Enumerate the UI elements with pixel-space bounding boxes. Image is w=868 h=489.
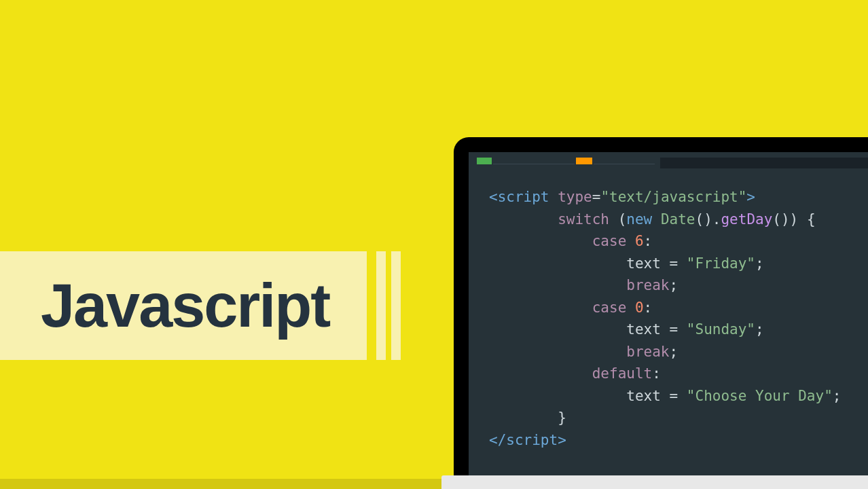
code-token: break xyxy=(626,277,669,293)
code-token: 0 xyxy=(635,300,644,316)
code-token: ; xyxy=(670,344,679,360)
code-token: "Choose Your Day" xyxy=(687,388,833,404)
title-band: Javascript xyxy=(0,251,367,360)
code-token xyxy=(678,321,687,338)
code-token xyxy=(678,388,687,404)
code-token: </ xyxy=(489,432,506,448)
code-token: switch xyxy=(558,211,609,228)
code-token: } xyxy=(558,410,566,426)
code-token: = xyxy=(592,189,601,205)
laptop-base xyxy=(441,475,868,489)
code-token: new xyxy=(626,211,652,228)
code-token xyxy=(798,211,807,228)
code-token: > xyxy=(558,432,566,448)
code-token: text xyxy=(626,255,661,272)
code-token xyxy=(626,233,635,249)
code-token: > xyxy=(746,189,755,205)
code-token: = xyxy=(670,255,679,272)
code-token: default xyxy=(592,365,653,382)
tab-inactive-area xyxy=(660,158,868,168)
code-token: text xyxy=(626,388,661,404)
laptop-screen: <script type="text/javascript"> switch (… xyxy=(469,152,868,475)
tab-indicator-green xyxy=(477,158,492,164)
code-token xyxy=(652,211,661,228)
code-block: <script type="text/javascript"> switch (… xyxy=(489,186,841,452)
code-token: "Sunday" xyxy=(687,321,755,338)
code-token: case xyxy=(592,300,627,316)
code-token: getDay xyxy=(721,211,772,228)
code-token: . xyxy=(712,211,721,228)
code-token: break xyxy=(626,344,669,360)
code-token: ; xyxy=(755,321,764,338)
title-accent-bar xyxy=(391,251,401,360)
code-token: : xyxy=(652,365,661,382)
code-token: 6 xyxy=(635,233,644,249)
title-accent-bar xyxy=(376,251,386,360)
code-token: : xyxy=(644,300,653,316)
code-token: () xyxy=(772,211,789,228)
code-token xyxy=(661,255,670,272)
code-token: ; xyxy=(670,277,679,293)
laptop-illustration: <script type="text/javascript"> switch (… xyxy=(454,137,868,489)
code-token: ; xyxy=(833,388,842,404)
code-token: script xyxy=(506,432,558,448)
tab-divider xyxy=(594,164,655,164)
code-token: case xyxy=(592,233,627,249)
code-token xyxy=(549,189,558,205)
code-token: text xyxy=(626,321,661,338)
code-token xyxy=(626,300,635,316)
code-token: ( xyxy=(618,211,627,228)
code-token: = xyxy=(670,321,679,338)
code-token: < xyxy=(489,189,498,205)
code-token: = xyxy=(670,388,679,404)
code-token: "text/javascript" xyxy=(600,189,746,205)
code-token xyxy=(661,321,670,338)
code-token: : xyxy=(644,233,653,249)
page-title: Javascript xyxy=(41,271,329,341)
editor-tab-bar xyxy=(469,158,868,164)
code-token xyxy=(678,255,687,272)
code-token: Date xyxy=(661,211,695,228)
tab-indicator-orange xyxy=(576,158,592,164)
code-token: { xyxy=(807,211,816,228)
code-token: script xyxy=(498,189,549,205)
code-token: "Friday" xyxy=(687,255,755,272)
code-token: () xyxy=(695,211,712,228)
code-token: ; xyxy=(755,255,764,272)
code-token: type xyxy=(558,189,592,205)
code-token xyxy=(661,388,670,404)
code-token xyxy=(609,211,618,228)
code-token: ) xyxy=(790,211,799,228)
laptop-bezel: <script type="text/javascript"> switch (… xyxy=(454,137,868,475)
tab-divider xyxy=(493,164,575,164)
